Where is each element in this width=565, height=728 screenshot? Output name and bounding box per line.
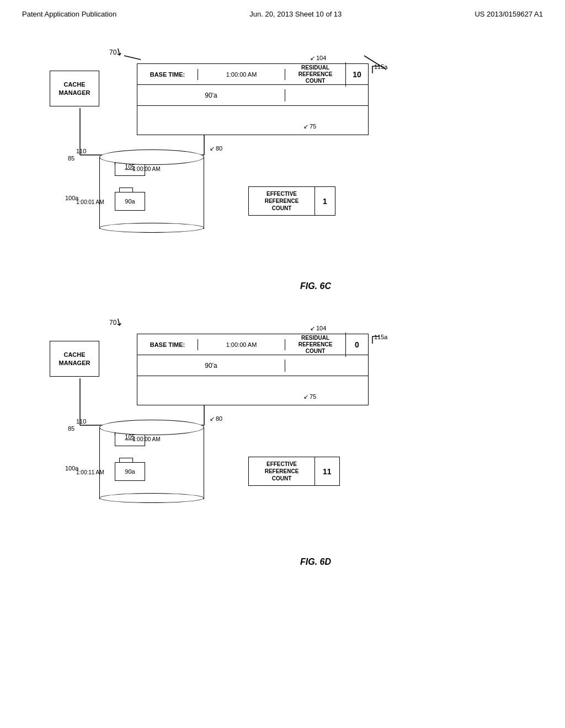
fig6c-base-time-label: BASE TIME: (137, 69, 198, 80)
fig6c-folder-body-90a: 90a (115, 192, 145, 211)
header-right: US 2013/0159627 A1 (475, 10, 543, 18)
fig6d-cylinder-top (99, 420, 204, 435)
fig6c-base-time-value: 1:00:00 AM (198, 69, 285, 80)
fig6c-ref-75: ↙75 (303, 123, 316, 130)
fig6c-cylinder-top (99, 149, 204, 165)
fig6c-brace-svg (370, 63, 383, 74)
fig6d-ref-75: ↙75 (303, 393, 316, 400)
fig6d-folder-bottom-time: 1:00:11 AM (76, 469, 104, 475)
fig6c-cyl-ref-80: ↙80 (210, 145, 222, 152)
fig6c-eff-ref-value: 1 (315, 187, 335, 215)
fig6d-residual-label: RESIDUALREFERENCE COUNT (285, 333, 346, 357)
fig6c-main-record: BASE TIME: 1:00:00 AM RESIDUALREFERENCE … (137, 63, 369, 135)
fig6d-eff-ref-value: 11 (315, 457, 339, 485)
fig6c-eff-ref-box: EFFECTIVEREFERENCE COUNT 1 (248, 186, 335, 216)
fig6c-sub-label: 90'a (137, 89, 285, 101)
fig6d-cyl-ref-80: ↙80 (210, 415, 222, 422)
fig6d-folder-body-90a: 90a (115, 462, 145, 481)
fig6c-diagram: 70 ↘ CACHEMANAGER BASE TIME: 1:00:00 AM … (33, 29, 565, 294)
fig6d-base-time-label: BASE TIME: (137, 339, 198, 350)
fig6d-folder-top-time: 1:00:00 AM (132, 436, 161, 442)
fig6d-base-time-value: 1:00:00 AM (198, 339, 285, 350)
fig6c-ref-104: ↙104 (310, 55, 326, 62)
fig6c-eff-ref-label: EFFECTIVEREFERENCE COUNT (249, 187, 315, 215)
fig6c-folder-top-time: 1:00:00 AM (132, 166, 161, 172)
page-header: Patent Application Publication Jun. 20, … (0, 0, 565, 24)
fig6c-folder-label-90a: 90a (125, 198, 135, 205)
fig6c-arrow-70: ↘ (113, 45, 126, 60)
fig6c-ref-110: 110 (76, 148, 86, 154)
fig6c-cache-manager: CACHEMANAGER (50, 71, 99, 106)
fig6c-residual-value: 10 (346, 68, 368, 81)
fig6c-ref-85: 85 (68, 155, 74, 162)
fig6d-main-record: BASE TIME: 1:00:00 AM RESIDUALREFERENCE … (137, 334, 369, 405)
fig6d-cache-manager: CACHEMANAGER (50, 341, 99, 377)
fig6d-brace-svg (370, 334, 383, 345)
fig6d-label: FIG. 6D (33, 557, 565, 567)
fig6d-eff-ref-box: EFFECTIVEREFERENCE COUNT 11 (248, 457, 340, 486)
fig6c-cylinder-bottom (99, 223, 204, 233)
fig6d-ref-110: 110 (76, 418, 86, 425)
fig6d-eff-ref-label: EFFECTIVEREFERENCE COUNT (249, 457, 315, 485)
fig6c-residual-label: RESIDUALREFERENCE COUNT (285, 62, 346, 87)
fig6d-cylinder-bottom (99, 493, 204, 503)
fig6d-residual-value: 0 (346, 338, 368, 351)
fig6c-cache-manager-label: CACHEMANAGER (59, 81, 90, 97)
fig6d-folder-bottom-area: 90a (115, 462, 145, 481)
fig6d-diagram: 70 ↘ CACHEMANAGER BASE TIME: 1:00:00 AM … (33, 299, 565, 570)
fig6c-folder-bottom-area: 90a (115, 192, 145, 211)
fig6d-folder-label-90a: 90a (125, 468, 135, 475)
fig6d-ref-85: 85 (68, 425, 74, 432)
fig6d-arrow-70: ↘ (113, 315, 126, 330)
fig6c-label: FIG. 6C (33, 281, 565, 291)
svg-line-0 (124, 56, 141, 60)
fig6d-ref-104: ↙104 (310, 325, 326, 332)
header-left: Patent Application Publication (22, 10, 116, 18)
header-center: Jun. 20, 2013 Sheet 10 of 13 (249, 10, 342, 18)
fig6c-folder-bottom-time: 1:00:01 AM (76, 199, 104, 205)
fig6d-sub-label: 90'a (137, 360, 285, 372)
fig6d-cache-manager-label: CACHEMANAGER (59, 351, 90, 367)
